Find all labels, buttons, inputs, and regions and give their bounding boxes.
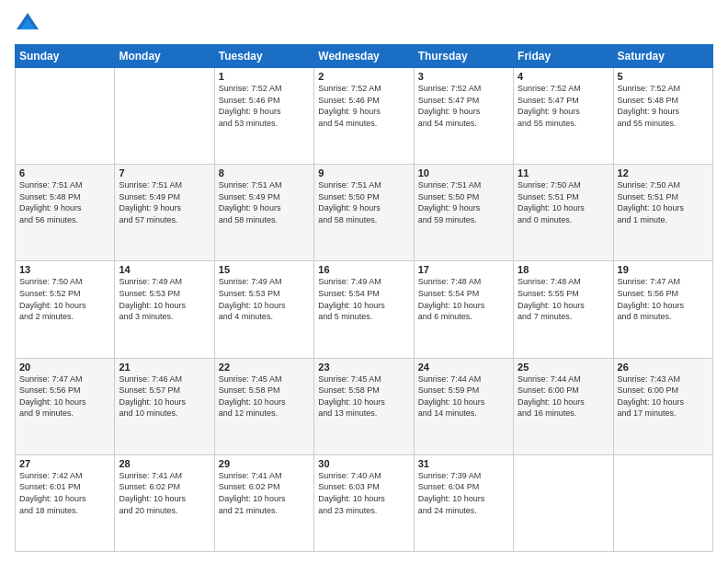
calendar-cell: 31Sunrise: 7:39 AM Sunset: 6:04 PM Dayli… — [414, 454, 513, 551]
calendar-cell: 27Sunrise: 7:42 AM Sunset: 6:01 PM Dayli… — [16, 454, 115, 551]
calendar-cell — [514, 454, 613, 551]
day-info: Sunrise: 7:40 AM Sunset: 6:03 PM Dayligh… — [318, 470, 409, 516]
day-number: 6 — [19, 167, 110, 178]
day-number: 17 — [418, 264, 509, 275]
day-number: 23 — [318, 362, 409, 373]
calendar-cell: 4Sunrise: 7:52 AM Sunset: 5:47 PM Daylig… — [514, 68, 613, 165]
day-info: Sunrise: 7:52 AM Sunset: 5:46 PM Dayligh… — [219, 83, 310, 129]
day-number: 26 — [618, 362, 709, 373]
calendar-cell: 24Sunrise: 7:44 AM Sunset: 5:59 PM Dayli… — [414, 358, 513, 454]
day-number: 14 — [119, 264, 210, 275]
calendar-cell: 16Sunrise: 7:49 AM Sunset: 5:54 PM Dayli… — [314, 261, 414, 358]
day-info: Sunrise: 7:47 AM Sunset: 5:56 PM Dayligh… — [19, 373, 110, 419]
calendar-cell: 19Sunrise: 7:47 AM Sunset: 5:56 PM Dayli… — [613, 261, 712, 358]
day-number: 24 — [418, 362, 509, 373]
calendar-cell — [613, 454, 712, 551]
day-number: 29 — [219, 458, 310, 469]
day-number: 7 — [119, 167, 210, 178]
calendar-cell — [16, 68, 115, 165]
header — [15, 11, 713, 37]
day-number: 28 — [119, 458, 210, 469]
day-info: Sunrise: 7:48 AM Sunset: 5:54 PM Dayligh… — [418, 276, 509, 322]
calendar-cell: 22Sunrise: 7:45 AM Sunset: 5:58 PM Dayli… — [214, 358, 313, 454]
calendar-cell: 9Sunrise: 7:51 AM Sunset: 5:50 PM Daylig… — [314, 165, 414, 261]
day-info: Sunrise: 7:45 AM Sunset: 5:58 PM Dayligh… — [318, 373, 409, 419]
calendar-cell: 20Sunrise: 7:47 AM Sunset: 5:56 PM Dayli… — [16, 358, 115, 454]
day-number: 4 — [518, 71, 609, 82]
calendar-cell: 11Sunrise: 7:50 AM Sunset: 5:51 PM Dayli… — [514, 165, 613, 261]
day-number: 9 — [318, 167, 409, 178]
calendar-week-1: 1Sunrise: 7:52 AM Sunset: 5:46 PM Daylig… — [16, 68, 713, 165]
day-info: Sunrise: 7:39 AM Sunset: 6:04 PM Dayligh… — [418, 470, 509, 516]
day-info: Sunrise: 7:51 AM Sunset: 5:48 PM Dayligh… — [19, 179, 110, 225]
col-header-friday: Friday — [514, 45, 613, 68]
calendar-cell: 25Sunrise: 7:44 AM Sunset: 6:00 PM Dayli… — [514, 358, 613, 454]
day-info: Sunrise: 7:45 AM Sunset: 5:58 PM Dayligh… — [219, 373, 310, 419]
day-info: Sunrise: 7:52 AM Sunset: 5:46 PM Dayligh… — [318, 83, 409, 129]
calendar-cell: 7Sunrise: 7:51 AM Sunset: 5:49 PM Daylig… — [115, 165, 214, 261]
calendar-cell: 13Sunrise: 7:50 AM Sunset: 5:52 PM Dayli… — [16, 261, 115, 358]
day-info: Sunrise: 7:49 AM Sunset: 5:54 PM Dayligh… — [318, 276, 409, 322]
day-info: Sunrise: 7:51 AM Sunset: 5:49 PM Dayligh… — [119, 179, 210, 225]
day-number: 8 — [219, 167, 310, 178]
day-number: 16 — [318, 264, 409, 275]
calendar-table: SundayMondayTuesdayWednesdayThursdayFrid… — [15, 44, 713, 552]
calendar-header-row: SundayMondayTuesdayWednesdayThursdayFrid… — [16, 45, 713, 68]
day-number: 13 — [19, 264, 110, 275]
calendar-week-5: 27Sunrise: 7:42 AM Sunset: 6:01 PM Dayli… — [16, 454, 713, 551]
day-info: Sunrise: 7:46 AM Sunset: 5:57 PM Dayligh… — [119, 373, 210, 419]
col-header-saturday: Saturday — [613, 45, 712, 68]
day-number: 21 — [119, 362, 210, 373]
logo-icon — [15, 11, 40, 37]
day-info: Sunrise: 7:48 AM Sunset: 5:55 PM Dayligh… — [518, 276, 609, 322]
day-number: 1 — [219, 71, 310, 82]
day-number: 15 — [219, 264, 310, 275]
col-header-wednesday: Wednesday — [314, 45, 414, 68]
day-number: 25 — [518, 362, 609, 373]
day-info: Sunrise: 7:47 AM Sunset: 5:56 PM Dayligh… — [618, 276, 709, 322]
day-info: Sunrise: 7:44 AM Sunset: 6:00 PM Dayligh… — [518, 373, 609, 419]
calendar-cell: 18Sunrise: 7:48 AM Sunset: 5:55 PM Dayli… — [514, 261, 613, 358]
calendar-cell: 15Sunrise: 7:49 AM Sunset: 5:53 PM Dayli… — [214, 261, 313, 358]
day-number: 3 — [418, 71, 509, 82]
day-info: Sunrise: 7:52 AM Sunset: 5:47 PM Dayligh… — [418, 83, 509, 129]
calendar-cell: 28Sunrise: 7:41 AM Sunset: 6:02 PM Dayli… — [115, 454, 214, 551]
day-info: Sunrise: 7:41 AM Sunset: 6:02 PM Dayligh… — [119, 470, 210, 516]
day-number: 2 — [318, 71, 409, 82]
day-number: 10 — [418, 167, 509, 178]
page: SundayMondayTuesdayWednesdayThursdayFrid… — [0, 0, 728, 563]
day-info: Sunrise: 7:52 AM Sunset: 5:47 PM Dayligh… — [518, 83, 609, 129]
calendar-cell: 6Sunrise: 7:51 AM Sunset: 5:48 PM Daylig… — [16, 165, 115, 261]
calendar-cell: 29Sunrise: 7:41 AM Sunset: 6:02 PM Dayli… — [214, 454, 313, 551]
calendar-week-3: 13Sunrise: 7:50 AM Sunset: 5:52 PM Dayli… — [16, 261, 713, 358]
col-header-sunday: Sunday — [16, 45, 115, 68]
day-info: Sunrise: 7:44 AM Sunset: 5:59 PM Dayligh… — [418, 373, 509, 419]
calendar-cell: 26Sunrise: 7:43 AM Sunset: 6:00 PM Dayli… — [613, 358, 712, 454]
day-number: 27 — [19, 458, 110, 469]
day-info: Sunrise: 7:41 AM Sunset: 6:02 PM Dayligh… — [219, 470, 310, 516]
day-info: Sunrise: 7:51 AM Sunset: 5:49 PM Dayligh… — [219, 179, 310, 225]
calendar-cell: 17Sunrise: 7:48 AM Sunset: 5:54 PM Dayli… — [414, 261, 513, 358]
day-info: Sunrise: 7:49 AM Sunset: 5:53 PM Dayligh… — [119, 276, 210, 322]
calendar-cell: 30Sunrise: 7:40 AM Sunset: 6:03 PM Dayli… — [314, 454, 414, 551]
day-number: 22 — [219, 362, 310, 373]
col-header-monday: Monday — [115, 45, 214, 68]
day-info: Sunrise: 7:51 AM Sunset: 5:50 PM Dayligh… — [418, 179, 509, 225]
day-info: Sunrise: 7:50 AM Sunset: 5:51 PM Dayligh… — [618, 179, 709, 225]
logo — [15, 11, 44, 37]
day-number: 18 — [518, 264, 609, 275]
day-info: Sunrise: 7:51 AM Sunset: 5:50 PM Dayligh… — [318, 179, 409, 225]
calendar-week-2: 6Sunrise: 7:51 AM Sunset: 5:48 PM Daylig… — [16, 165, 713, 261]
day-info: Sunrise: 7:49 AM Sunset: 5:53 PM Dayligh… — [219, 276, 310, 322]
col-header-thursday: Thursday — [414, 45, 513, 68]
day-number: 11 — [518, 167, 609, 178]
calendar-cell — [115, 68, 214, 165]
calendar-cell: 21Sunrise: 7:46 AM Sunset: 5:57 PM Dayli… — [115, 358, 214, 454]
day-info: Sunrise: 7:52 AM Sunset: 5:48 PM Dayligh… — [618, 83, 709, 129]
day-info: Sunrise: 7:50 AM Sunset: 5:52 PM Dayligh… — [19, 276, 110, 322]
calendar-cell: 5Sunrise: 7:52 AM Sunset: 5:48 PM Daylig… — [613, 68, 712, 165]
calendar-cell: 10Sunrise: 7:51 AM Sunset: 5:50 PM Dayli… — [414, 165, 513, 261]
day-info: Sunrise: 7:50 AM Sunset: 5:51 PM Dayligh… — [518, 179, 609, 225]
calendar-cell: 12Sunrise: 7:50 AM Sunset: 5:51 PM Dayli… — [613, 165, 712, 261]
day-info: Sunrise: 7:43 AM Sunset: 6:00 PM Dayligh… — [618, 373, 709, 419]
